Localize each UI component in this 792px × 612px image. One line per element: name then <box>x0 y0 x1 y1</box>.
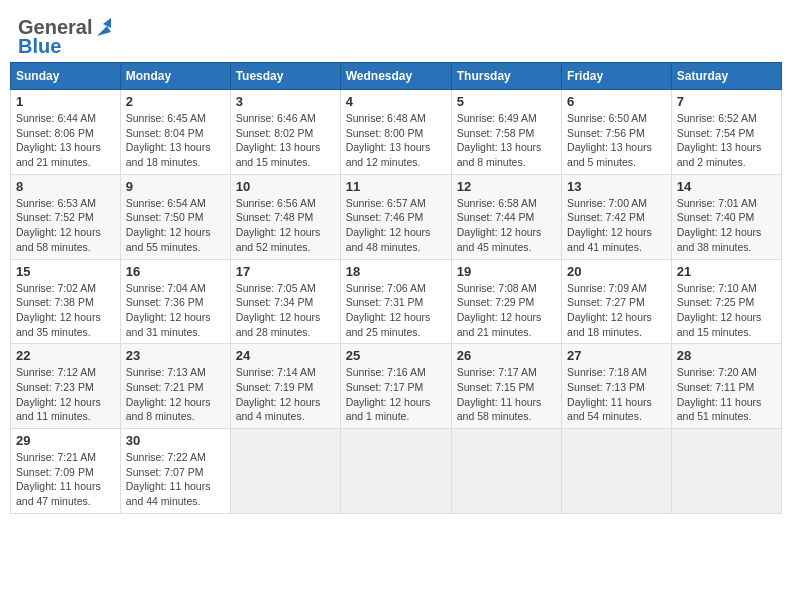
day-info: Sunrise: 6:44 AM Sunset: 8:06 PM Dayligh… <box>16 111 115 170</box>
day-number: 28 <box>677 348 776 363</box>
day-info: Sunrise: 7:06 AM Sunset: 7:31 PM Dayligh… <box>346 281 446 340</box>
calendar-cell <box>451 429 561 514</box>
calendar-cell: 1Sunrise: 6:44 AM Sunset: 8:06 PM Daylig… <box>11 90 121 175</box>
day-number: 27 <box>567 348 666 363</box>
calendar-cell: 4Sunrise: 6:48 AM Sunset: 8:00 PM Daylig… <box>340 90 451 175</box>
calendar-cell: 16Sunrise: 7:04 AM Sunset: 7:36 PM Dayli… <box>120 259 230 344</box>
day-info: Sunrise: 6:50 AM Sunset: 7:56 PM Dayligh… <box>567 111 666 170</box>
calendar-cell: 6Sunrise: 6:50 AM Sunset: 7:56 PM Daylig… <box>562 90 672 175</box>
calendar-cell: 20Sunrise: 7:09 AM Sunset: 7:27 PM Dayli… <box>562 259 672 344</box>
day-info: Sunrise: 7:09 AM Sunset: 7:27 PM Dayligh… <box>567 281 666 340</box>
calendar-cell: 5Sunrise: 6:49 AM Sunset: 7:58 PM Daylig… <box>451 90 561 175</box>
day-info: Sunrise: 7:05 AM Sunset: 7:34 PM Dayligh… <box>236 281 335 340</box>
header-sunday: Sunday <box>11 63 121 90</box>
day-info: Sunrise: 7:13 AM Sunset: 7:21 PM Dayligh… <box>126 365 225 424</box>
day-info: Sunrise: 6:57 AM Sunset: 7:46 PM Dayligh… <box>346 196 446 255</box>
calendar-cell: 11Sunrise: 6:57 AM Sunset: 7:46 PM Dayli… <box>340 174 451 259</box>
calendar-cell: 26Sunrise: 7:17 AM Sunset: 7:15 PM Dayli… <box>451 344 561 429</box>
calendar-cell: 17Sunrise: 7:05 AM Sunset: 7:34 PM Dayli… <box>230 259 340 344</box>
day-info: Sunrise: 6:58 AM Sunset: 7:44 PM Dayligh… <box>457 196 556 255</box>
logo-blue: Blue <box>18 35 61 58</box>
day-number: 2 <box>126 94 225 109</box>
calendar-cell <box>230 429 340 514</box>
day-info: Sunrise: 7:20 AM Sunset: 7:11 PM Dayligh… <box>677 365 776 424</box>
day-number: 3 <box>236 94 335 109</box>
day-number: 13 <box>567 179 666 194</box>
day-info: Sunrise: 6:52 AM Sunset: 7:54 PM Dayligh… <box>677 111 776 170</box>
calendar-week-row: 15Sunrise: 7:02 AM Sunset: 7:38 PM Dayli… <box>11 259 782 344</box>
day-number: 24 <box>236 348 335 363</box>
day-info: Sunrise: 7:00 AM Sunset: 7:42 PM Dayligh… <box>567 196 666 255</box>
calendar-cell: 18Sunrise: 7:06 AM Sunset: 7:31 PM Dayli… <box>340 259 451 344</box>
day-number: 7 <box>677 94 776 109</box>
day-info: Sunrise: 7:10 AM Sunset: 7:25 PM Dayligh… <box>677 281 776 340</box>
calendar-cell: 21Sunrise: 7:10 AM Sunset: 7:25 PM Dayli… <box>671 259 781 344</box>
day-number: 15 <box>16 264 115 279</box>
day-number: 6 <box>567 94 666 109</box>
day-number: 21 <box>677 264 776 279</box>
calendar-week-row: 22Sunrise: 7:12 AM Sunset: 7:23 PM Dayli… <box>11 344 782 429</box>
day-number: 10 <box>236 179 335 194</box>
day-number: 4 <box>346 94 446 109</box>
day-info: Sunrise: 7:18 AM Sunset: 7:13 PM Dayligh… <box>567 365 666 424</box>
day-number: 16 <box>126 264 225 279</box>
logo: General Blue <box>18 16 111 58</box>
day-number: 14 <box>677 179 776 194</box>
day-number: 12 <box>457 179 556 194</box>
day-info: Sunrise: 6:53 AM Sunset: 7:52 PM Dayligh… <box>16 196 115 255</box>
day-info: Sunrise: 6:45 AM Sunset: 8:04 PM Dayligh… <box>126 111 225 170</box>
day-number: 20 <box>567 264 666 279</box>
day-info: Sunrise: 7:17 AM Sunset: 7:15 PM Dayligh… <box>457 365 556 424</box>
calendar-cell: 29Sunrise: 7:21 AM Sunset: 7:09 PM Dayli… <box>11 429 121 514</box>
calendar-cell: 8Sunrise: 6:53 AM Sunset: 7:52 PM Daylig… <box>11 174 121 259</box>
calendar-cell: 22Sunrise: 7:12 AM Sunset: 7:23 PM Dayli… <box>11 344 121 429</box>
day-number: 23 <box>126 348 225 363</box>
day-number: 18 <box>346 264 446 279</box>
header-wednesday: Wednesday <box>340 63 451 90</box>
day-info: Sunrise: 7:12 AM Sunset: 7:23 PM Dayligh… <box>16 365 115 424</box>
day-info: Sunrise: 7:21 AM Sunset: 7:09 PM Dayligh… <box>16 450 115 509</box>
calendar-cell: 7Sunrise: 6:52 AM Sunset: 7:54 PM Daylig… <box>671 90 781 175</box>
header-tuesday: Tuesday <box>230 63 340 90</box>
day-number: 26 <box>457 348 556 363</box>
day-number: 29 <box>16 433 115 448</box>
day-number: 8 <box>16 179 115 194</box>
day-info: Sunrise: 7:08 AM Sunset: 7:29 PM Dayligh… <box>457 281 556 340</box>
calendar-cell <box>562 429 672 514</box>
day-number: 30 <box>126 433 225 448</box>
calendar-week-row: 29Sunrise: 7:21 AM Sunset: 7:09 PM Dayli… <box>11 429 782 514</box>
day-number: 22 <box>16 348 115 363</box>
calendar-week-row: 1Sunrise: 6:44 AM Sunset: 8:06 PM Daylig… <box>11 90 782 175</box>
day-number: 19 <box>457 264 556 279</box>
day-info: Sunrise: 7:01 AM Sunset: 7:40 PM Dayligh… <box>677 196 776 255</box>
header-saturday: Saturday <box>671 63 781 90</box>
day-info: Sunrise: 7:02 AM Sunset: 7:38 PM Dayligh… <box>16 281 115 340</box>
header-monday: Monday <box>120 63 230 90</box>
day-number: 11 <box>346 179 446 194</box>
calendar-cell: 24Sunrise: 7:14 AM Sunset: 7:19 PM Dayli… <box>230 344 340 429</box>
day-info: Sunrise: 7:22 AM Sunset: 7:07 PM Dayligh… <box>126 450 225 509</box>
calendar-week-row: 8Sunrise: 6:53 AM Sunset: 7:52 PM Daylig… <box>11 174 782 259</box>
calendar-cell: 19Sunrise: 7:08 AM Sunset: 7:29 PM Dayli… <box>451 259 561 344</box>
page-header: General Blue <box>10 10 782 58</box>
calendar-cell <box>671 429 781 514</box>
calendar-cell: 2Sunrise: 6:45 AM Sunset: 8:04 PM Daylig… <box>120 90 230 175</box>
day-number: 25 <box>346 348 446 363</box>
day-info: Sunrise: 6:54 AM Sunset: 7:50 PM Dayligh… <box>126 196 225 255</box>
calendar-cell: 15Sunrise: 7:02 AM Sunset: 7:38 PM Dayli… <box>11 259 121 344</box>
calendar-cell: 23Sunrise: 7:13 AM Sunset: 7:21 PM Dayli… <box>120 344 230 429</box>
day-info: Sunrise: 6:49 AM Sunset: 7:58 PM Dayligh… <box>457 111 556 170</box>
day-info: Sunrise: 7:04 AM Sunset: 7:36 PM Dayligh… <box>126 281 225 340</box>
calendar-cell: 27Sunrise: 7:18 AM Sunset: 7:13 PM Dayli… <box>562 344 672 429</box>
day-info: Sunrise: 7:14 AM Sunset: 7:19 PM Dayligh… <box>236 365 335 424</box>
day-number: 5 <box>457 94 556 109</box>
svg-marker-0 <box>97 26 111 36</box>
day-info: Sunrise: 6:46 AM Sunset: 8:02 PM Dayligh… <box>236 111 335 170</box>
day-info: Sunrise: 7:16 AM Sunset: 7:17 PM Dayligh… <box>346 365 446 424</box>
calendar-cell: 14Sunrise: 7:01 AM Sunset: 7:40 PM Dayli… <box>671 174 781 259</box>
calendar-cell: 9Sunrise: 6:54 AM Sunset: 7:50 PM Daylig… <box>120 174 230 259</box>
calendar-cell: 28Sunrise: 7:20 AM Sunset: 7:11 PM Dayli… <box>671 344 781 429</box>
day-number: 9 <box>126 179 225 194</box>
logo-bird-icon <box>93 18 111 38</box>
calendar-cell: 12Sunrise: 6:58 AM Sunset: 7:44 PM Dayli… <box>451 174 561 259</box>
